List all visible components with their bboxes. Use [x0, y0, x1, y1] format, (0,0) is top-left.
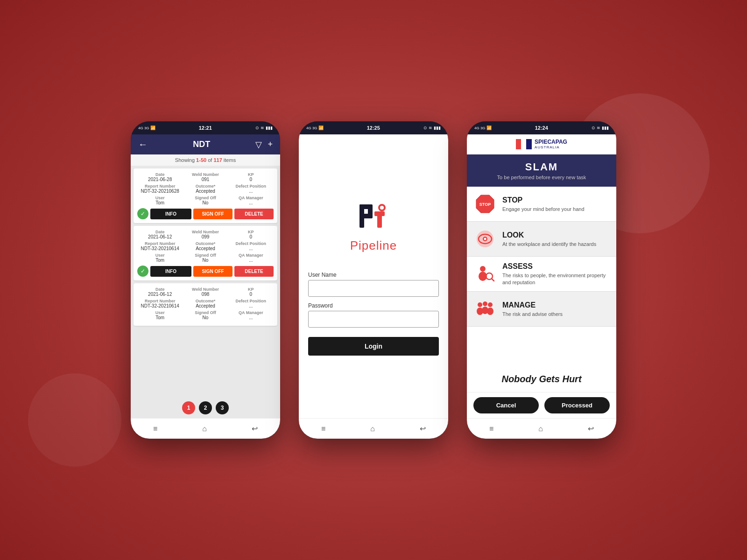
login-button[interactable]: Login — [308, 337, 439, 356]
logo-container: Pipeline — [350, 197, 397, 253]
ndt-cards: Date 2021-06-28 Weld Number 091 KP 0 Rep… — [131, 166, 280, 398]
login-screen: Pipeline User Name Password Login — [299, 134, 448, 418]
phone-bottom-ndt: ≡ ⌂ ↩ — [131, 418, 280, 439]
page-btn-3[interactable]: 3 — [216, 401, 229, 414]
back-icon-slam[interactable]: ↩ — [588, 424, 594, 433]
home-icon-login[interactable]: ⌂ — [370, 425, 375, 433]
stop-icon-wrap: STOP — [473, 192, 497, 216]
status-right-ndt: ⊙ ≋ ▮▮▮ — [255, 126, 273, 130]
svg-rect-5 — [374, 211, 385, 216]
status-left-slam: 4G 3G 📶 — [474, 126, 492, 130]
svg-rect-3 — [368, 204, 373, 218]
slam-header: SLAM To be performed before every new ta… — [467, 154, 616, 187]
slam-item-manage: MANAGE The risk and advise others — [467, 292, 616, 327]
slam-item-look: LOOK At the workplace and identify the h… — [467, 222, 616, 257]
pagination: 1 2 3 — [131, 398, 280, 418]
page-btn-2[interactable]: 2 — [199, 401, 212, 414]
back-icon-ndt[interactable]: ↩ — [252, 424, 258, 433]
time-slam: 12:24 — [535, 125, 548, 131]
look-desc: At the workplace and identify the hazard… — [502, 241, 610, 247]
manage-title: MANAGE — [502, 301, 610, 309]
menu-icon-slam[interactable]: ≡ — [489, 425, 493, 433]
stop-title: STOP — [502, 196, 610, 204]
delete-button-1[interactable]: DELETE — [234, 209, 274, 219]
status-bar-slam: 4G 3G 📶 12:24 ⊙ ≋ ▮▮▮ — [467, 121, 616, 134]
pipeline-wordmark: Pipeline — [350, 238, 397, 253]
signal-text-slam: 4G 3G — [474, 126, 486, 130]
status-left-login: 4G 3G 📶 — [306, 126, 324, 130]
delete-button-2[interactable]: DELETE — [234, 266, 274, 277]
password-label: Password — [308, 302, 439, 309]
svg-point-25 — [488, 302, 493, 307]
time-login: 12:25 — [367, 125, 380, 131]
slam-item-stop: STOP STOP Engage your mind before your h… — [467, 187, 616, 222]
phone-slam: 4G 3G 📶 12:24 ⊙ ≋ ▮▮▮ S — [467, 121, 616, 439]
battery-icon-login: ▮▮▮ — [434, 126, 441, 130]
look-content: LOOK At the workplace and identify the h… — [502, 231, 610, 247]
slam-subtitle: To be performed before every new task — [474, 175, 609, 180]
assess-person-icon — [474, 263, 496, 285]
back-button[interactable]: ← — [138, 139, 148, 150]
ndt-card-2: Date 2021-06-12 Weld Number 099 KP 0 Rep… — [134, 226, 277, 280]
password-group: Password — [308, 302, 439, 328]
check-icon-1: ✓ — [137, 208, 148, 219]
back-icon-login[interactable]: ↩ — [420, 424, 426, 433]
username-group: User Name — [308, 272, 439, 297]
signal-icon-slam: 📶 — [486, 126, 492, 130]
status-right-login: ⊙ ≋ ▮▮▮ — [423, 126, 441, 130]
assess-title: ASSESS — [502, 262, 610, 271]
company-logo-bar: SPIECAPAG AUSTRALIA — [467, 134, 616, 154]
username-label: User Name — [308, 272, 439, 278]
add-icon[interactable]: + — [268, 140, 273, 150]
phone-bottom-slam: ≡ ⌂ ↩ — [467, 418, 616, 439]
header-icons: ▽ + — [255, 140, 273, 150]
slam-title: SLAM — [474, 161, 609, 173]
phone-ndt: 4G 3G 📶 12:21 ⊙ ≋ ▮▮▮ ← NDT ▽ + Showing … — [131, 121, 280, 439]
ndt-title: NDT — [193, 140, 210, 149]
svg-point-23 — [483, 301, 487, 306]
stop-content: STOP Engage your mind before your hand — [502, 196, 610, 212]
assess-icon-wrap — [473, 262, 497, 286]
svg-point-16 — [484, 238, 486, 240]
svg-point-7 — [380, 206, 384, 210]
menu-icon-ndt[interactable]: ≡ — [153, 425, 157, 433]
svg-point-26 — [487, 308, 493, 315]
processed-button[interactable]: Processed — [544, 397, 610, 413]
menu-icon-login[interactable]: ≡ — [321, 425, 325, 433]
home-icon-slam[interactable]: ⌂ — [538, 425, 543, 433]
svg-line-20 — [492, 279, 494, 281]
info-button-1[interactable]: INFO — [150, 209, 191, 219]
svg-rect-9 — [521, 139, 526, 149]
look-icon-wrap — [473, 227, 497, 251]
phone-bottom-login: ≡ ⌂ ↩ — [299, 418, 448, 439]
battery-icon-slam: ▮▮▮ — [602, 126, 609, 130]
slam-screen: SPIECAPAG AUSTRALIA SLAM To be performed… — [467, 134, 616, 418]
spiecapag-logo: SPIECAPAG AUSTRALIA — [516, 139, 567, 149]
status-right-slam: ⊙ ≋ ▮▮▮ — [592, 126, 609, 130]
filter-icon[interactable]: ▽ — [255, 140, 262, 150]
signoff-button-1[interactable]: SIGN OFF — [193, 209, 233, 219]
manage-people-icon — [474, 298, 496, 320]
password-input[interactable] — [308, 311, 439, 328]
wifi-icon: ≋ — [261, 126, 264, 130]
status-bar-ndt: 4G 3G 📶 12:21 ⊙ ≋ ▮▮▮ — [131, 121, 280, 134]
svg-rect-8 — [516, 139, 521, 149]
status-left-ndt: 4G 3G 📶 — [138, 126, 155, 130]
signoff-button-2[interactable]: SIGN OFF — [193, 266, 233, 277]
status-bar-login: 4G 3G 📶 12:25 ⊙ ≋ ▮▮▮ — [299, 121, 448, 134]
location-icon-slam: ⊙ — [592, 126, 595, 130]
wifi-icon-slam: ≋ — [597, 126, 600, 130]
time-ndt: 12:21 — [199, 125, 212, 131]
wifi-icon-login: ≋ — [429, 126, 432, 130]
ndt-card-3: Date 2021-06-12 Weld Number 098 KP 0 Rep… — [134, 283, 277, 326]
pipeline-logo-svg — [355, 197, 392, 235]
username-input[interactable] — [308, 280, 439, 297]
cancel-button[interactable]: Cancel — [473, 397, 539, 413]
home-icon-ndt[interactable]: ⌂ — [202, 425, 207, 433]
spiecapag-flag-svg — [516, 139, 532, 149]
info-button-2[interactable]: INFO — [150, 266, 191, 277]
page-btn-1[interactable]: 1 — [182, 401, 195, 414]
company-sub: AUSTRALIA — [535, 145, 567, 149]
check-icon-2: ✓ — [137, 266, 148, 277]
look-title: LOOK — [502, 231, 610, 239]
